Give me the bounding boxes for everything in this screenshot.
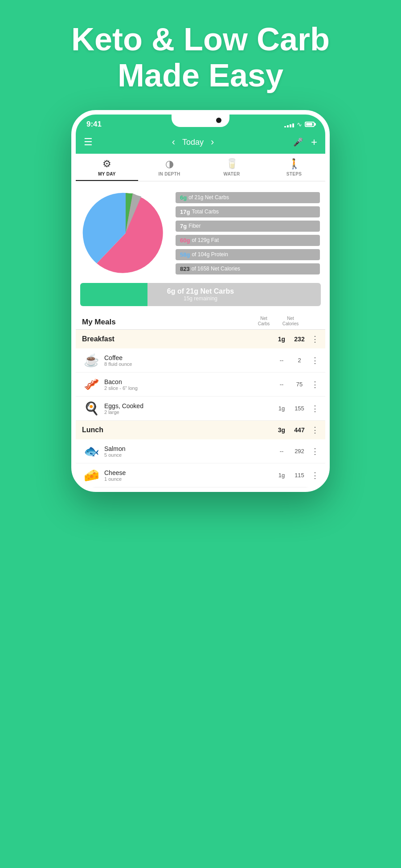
tab-my-day-label: MY DAY — [98, 172, 116, 176]
breakfast-menu-icon[interactable]: ⋮ — [311, 334, 319, 344]
lunch-menu-icon[interactable]: ⋮ — [311, 425, 319, 435]
eggs-cals: 155 — [291, 405, 308, 412]
bacon-icon: 🥓 — [82, 377, 101, 392]
lunch-carbs: 3g — [273, 426, 291, 434]
tab-steps[interactable]: 🚶 STEPS — [263, 154, 325, 181]
eggs-portion: 2 large — [104, 409, 273, 415]
water-icon: 🥛 — [226, 158, 238, 170]
main-content: 6g of 21g Net Carbs 17g Total Carbs 7g F… — [76, 181, 325, 487]
bacon-name: Bacon — [104, 378, 273, 385]
status-bar: 9:41 ∿ — [76, 115, 325, 131]
eggs-menu-icon[interactable]: ⋮ — [311, 404, 319, 414]
stat-total-carbs: 17g Total Carbs — [176, 206, 320, 217]
col-net-calories: NetCalories — [282, 316, 299, 327]
coffee-portion: 8 fluid ounce — [104, 361, 273, 367]
stat-protein: 58g of 104g Protein — [176, 249, 320, 260]
food-item-bacon: 🥓 Bacon 2 slice - 6" long -- 75 ⋮ — [76, 373, 325, 397]
lunch-label: Lunch — [82, 426, 103, 434]
my-day-icon: ⚙ — [102, 158, 111, 170]
cheese-cals: 115 — [291, 472, 308, 479]
bacon-menu-icon[interactable]: ⋮ — [311, 380, 319, 389]
bacon-portion: 2 slice - 6" long — [104, 385, 273, 391]
in-depth-icon: ◑ — [165, 158, 174, 170]
cheese-portion: 1 ounce — [104, 476, 273, 482]
food-item-salmon: 🐟 Salmon 5 ounce -- 292 ⋮ — [76, 439, 325, 463]
notch — [172, 115, 229, 127]
eggs-name: Eggs, Cooked — [104, 402, 273, 409]
col-spacer — [308, 316, 319, 327]
lunch-cals: 447 — [291, 426, 308, 434]
stat-fiber: 7g Fiber — [176, 221, 320, 232]
breakfast-carbs: 1g — [273, 336, 291, 343]
tab-water[interactable]: 🥛 WATER — [200, 154, 263, 181]
mic-icon[interactable]: 🎤 — [293, 137, 303, 147]
coffee-carbs: -- — [273, 357, 291, 364]
app-header: ☰ ‹ Today › 🎤 + — [76, 131, 325, 154]
salmon-portion: 5 ounce — [104, 452, 273, 458]
cheese-info: Cheese 1 ounce — [104, 469, 273, 482]
eggs-icon: 🍳 — [82, 401, 101, 416]
progress-sub-text: 15g remaining — [184, 295, 217, 302]
food-item-coffee: ☕ Coffee 8 fluid ounce -- 2 ⋮ — [76, 348, 325, 373]
cheese-icon: 🧀 — [82, 468, 101, 483]
bacon-carbs: -- — [273, 381, 291, 388]
eggs-info: Eggs, Cooked 2 large — [104, 402, 273, 415]
progress-text: 6g of 21g Net Carbs 15g remaining — [80, 283, 321, 306]
status-time: 9:41 — [86, 120, 102, 129]
stat-bars-list: 6g of 21g Net Carbs 17g Total Carbs 7g F… — [176, 192, 320, 274]
tab-my-day[interactable]: ⚙ MY DAY — [76, 154, 138, 181]
stat-calories: 823 of 1658 Net Calories — [176, 263, 320, 274]
header-title: Today — [182, 138, 204, 147]
coffee-info: Coffee 8 fluid ounce — [104, 354, 273, 367]
salmon-name: Salmon — [104, 445, 273, 452]
cheese-carbs: 1g — [273, 472, 291, 479]
bacon-info: Bacon 2 slice - 6" long — [104, 378, 273, 391]
battery-icon — [305, 122, 315, 127]
tab-in-depth-label: IN DEPTH — [158, 172, 180, 176]
salmon-icon: 🐟 — [82, 444, 101, 459]
cheese-name: Cheese — [104, 469, 273, 476]
progress-main-text: 6g of 21g Net Carbs — [167, 287, 234, 295]
coffee-name: Coffee — [104, 354, 273, 361]
stat-net-carbs: 6g of 21g Net Carbs — [176, 192, 320, 203]
breakfast-group-header[interactable]: Breakfast 1g 232 ⋮ — [76, 330, 325, 348]
hero-section: Keto & Low CarbMade Easy — [0, 0, 401, 106]
lunch-group-header[interactable]: Lunch 3g 447 ⋮ — [76, 421, 325, 439]
date-nav: ‹ Today › — [172, 136, 214, 148]
salmon-cals: 292 — [291, 448, 308, 454]
bacon-cals: 75 — [291, 381, 308, 388]
tabs-bar: ⚙ MY DAY ◑ IN DEPTH 🥛 WATER 🚶 STEPS — [76, 154, 325, 181]
stats-area: 6g of 21g Net Carbs 17g Total Carbs 7g F… — [76, 181, 325, 283]
meals-col-headers: NetCarbs NetCalories — [255, 316, 319, 327]
phone-mockup: 9:41 ∿ ☰ ‹ Today › — [0, 110, 401, 492]
progress-section: 6g of 21g Net Carbs 15g remaining — [80, 283, 321, 306]
eggs-carbs: 1g — [273, 405, 291, 412]
add-icon[interactable]: + — [311, 136, 317, 148]
steps-icon: 🚶 — [288, 158, 300, 170]
signal-icon — [284, 121, 294, 127]
tab-in-depth[interactable]: ◑ IN DEPTH — [138, 154, 200, 181]
cheese-menu-icon[interactable]: ⋮ — [311, 471, 319, 480]
wifi-icon: ∿ — [297, 121, 302, 128]
tab-water-label: WATER — [224, 172, 240, 176]
lunch-stats: 3g 447 ⋮ — [273, 425, 319, 435]
menu-icon[interactable]: ☰ — [84, 136, 93, 148]
breakfast-label: Breakfast — [82, 335, 115, 343]
phone-frame: 9:41 ∿ ☰ ‹ Today › — [71, 110, 330, 492]
breakfast-cals: 232 — [291, 336, 308, 343]
header-actions: 🎤 + — [293, 136, 317, 148]
meals-header: My Meals NetCarbs NetCalories — [76, 311, 325, 330]
tab-steps-label: STEPS — [286, 172, 302, 176]
hero-title: Keto & Low CarbMade Easy — [27, 21, 374, 93]
status-icons: ∿ — [284, 121, 315, 128]
next-arrow[interactable]: › — [211, 136, 214, 148]
food-item-eggs: 🍳 Eggs, Cooked 2 large 1g 155 ⋮ — [76, 397, 325, 421]
salmon-menu-icon[interactable]: ⋮ — [311, 446, 319, 456]
col-net-carbs: NetCarbs — [255, 316, 273, 327]
coffee-cals: 2 — [291, 357, 308, 364]
breakfast-stats: 1g 232 ⋮ — [273, 334, 319, 344]
meals-title: My Meals — [82, 318, 116, 327]
prev-arrow[interactable]: ‹ — [172, 136, 175, 148]
food-item-cheese: 🧀 Cheese 1 ounce 1g 115 ⋮ — [76, 463, 325, 487]
coffee-menu-icon[interactable]: ⋮ — [311, 356, 319, 365]
